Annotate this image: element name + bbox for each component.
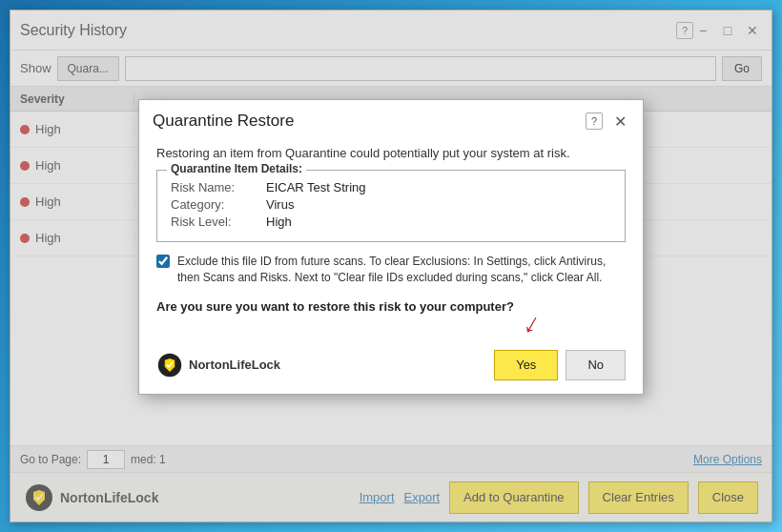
no-button[interactable]: No [566,350,626,380]
exclude-text: Exclude this file ID from future scans. … [177,254,626,286]
dialog-title-bar: Quarantine Restore ? ✕ [139,100,643,138]
dialog-footer: NortonLifeLock ↓ Yes No [139,340,643,394]
warning-text: Restoring an item from Quarantine could … [156,146,626,160]
quarantine-restore-dialog: Quarantine Restore ? ✕ Restoring an item… [138,99,644,395]
dialog-norton-name: NortonLifeLock [189,358,280,372]
category-value: Virus [266,197,294,212]
exclude-row: Exclude this file ID from future scans. … [156,254,626,286]
risk-level-value: High [266,215,292,229]
detail-row-category: Category: Virus [171,197,611,212]
quarantine-details-box: Quarantine Item Details: Risk Name: EICA… [156,170,626,242]
dialog-norton-icon [156,352,183,379]
detail-row-level: Risk Level: High [171,215,611,229]
dialog-body: Restoring an item from Quarantine could … [139,138,643,340]
dialog-overlay: Quarantine Restore ? ✕ Restoring an item… [10,10,772,522]
exclude-checkbox[interactable] [156,255,170,268]
dialog-title: Quarantine Restore [153,112,580,131]
dialog-close-button[interactable]: ✕ [610,112,629,131]
details-label: Quarantine Item Details: [167,162,306,175]
dialog-button-group: ↓ Yes No [494,350,626,380]
confirm-question: Are you sure you want to restore this ri… [156,299,626,314]
yes-button[interactable]: Yes [494,350,558,380]
risk-level-key: Risk Level: [171,215,266,229]
risk-name-key: Risk Name: [171,180,266,194]
dialog-help-icon[interactable]: ? [586,113,603,130]
risk-name-value: EICAR Test String [266,180,366,194]
main-window: Security History ? − □ ✕ Show Quara... G… [10,10,772,522]
detail-row-risk: Risk Name: EICAR Test String [171,180,611,194]
category-key: Category: [171,197,266,212]
dialog-norton-logo: NortonLifeLock [156,352,494,379]
